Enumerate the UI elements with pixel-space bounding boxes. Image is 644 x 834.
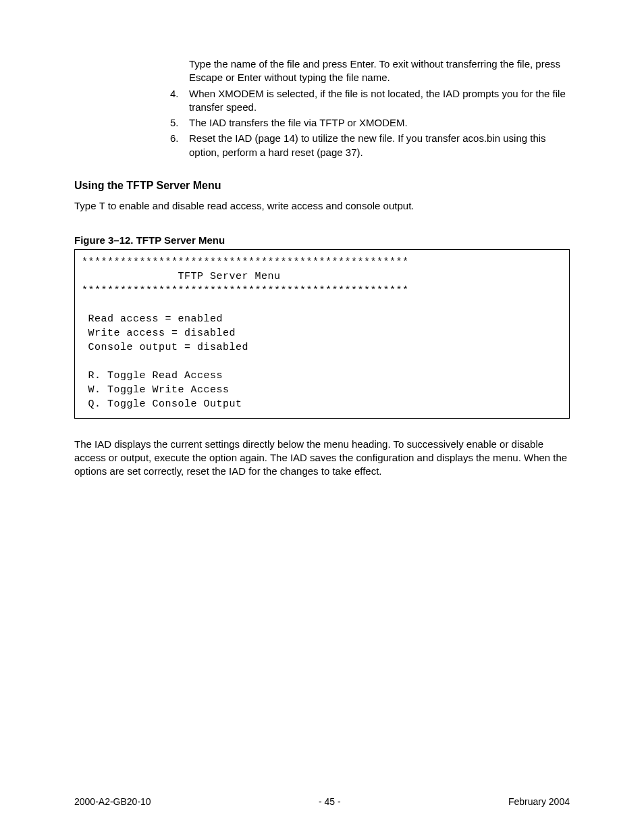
section-paragraph: Type T to enable and disable read access… [74,199,570,214]
list-item: 5. The IAD transfers the file via TFTP o… [170,116,566,130]
page-content: Type the name of the file and press Ente… [74,57,570,479]
footer-center: - 45 - [319,796,341,808]
main-content: Type the name of the file and press Ente… [189,57,566,159]
list-text: Reset the IAD (page 14) to utilize the n… [189,132,566,159]
text-prefix: Type [74,200,99,211]
mono-key: T [99,201,105,213]
numbered-steps: 4. When XMODEM is selected, if the file … [170,87,566,159]
post-figure-paragraph: The IAD displays the current settings di… [74,438,570,479]
list-item: 4. When XMODEM is selected, if the file … [170,87,566,115]
list-item: 6. Reset the IAD (page 14) to utilize th… [170,132,566,159]
list-number: 6. [170,132,189,159]
intro-paragraph: Type the name of the file and press Ente… [189,57,566,85]
footer-left: 2000-A2-GB20-10 [74,796,151,808]
footer-right: February 2004 [508,796,570,808]
list-text: When XMODEM is selected, if the file is … [189,87,566,115]
text-suffix: to enable and disable read access, write… [105,200,414,211]
list-text: The IAD transfers the file via TFTP or X… [189,116,566,130]
list-number: 4. [170,87,189,115]
list-number: 5. [170,116,189,130]
figure-box: ****************************************… [74,249,570,419]
figure-caption: Figure 3–12. TFTP Server Menu [74,234,570,247]
section-heading: Using the TFTP Server Menu [74,178,570,193]
page-footer: 2000-A2-GB20-10 - 45 - February 2004 [74,796,570,808]
